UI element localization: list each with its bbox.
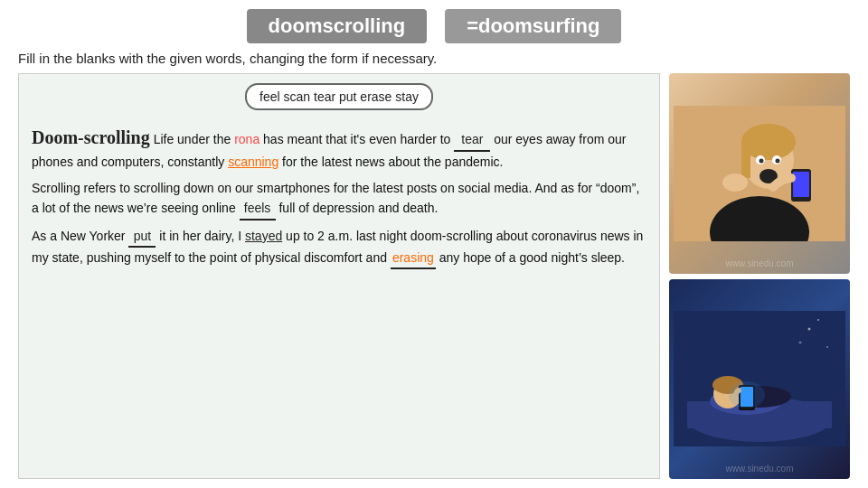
- watermark-bottom: www.sinedu.com: [725, 464, 793, 474]
- instruction-text: Fill in the blanks with the given words,…: [18, 51, 850, 66]
- image-person-bed: www.sinedu.com: [669, 279, 850, 480]
- doom-scrolling-heading: Doom-scrolling: [32, 127, 150, 147]
- blank-put: put: [128, 226, 156, 248]
- para2-part2: full of depression and death.: [276, 201, 439, 215]
- rona-highlight: rona: [234, 132, 259, 146]
- watermark-top: www.sinedu.com: [725, 258, 793, 268]
- svg-point-23: [808, 328, 811, 331]
- para1-part1: Life under the: [154, 132, 235, 146]
- paragraph-2: Scrolling refers to scrolling down on ou…: [32, 178, 646, 221]
- image-woman-phone: www.sinedu.com: [669, 73, 850, 274]
- stayed-highlight: stayed: [245, 229, 282, 243]
- title-doomsurfing: =doomsurfing: [445, 9, 621, 43]
- title-doomscrolling: doomscrolling: [247, 9, 428, 43]
- word-list-box: feel scan tear put erase stay: [245, 83, 433, 110]
- blank-tear: tear: [454, 129, 490, 151]
- scanning-highlight: scanning: [228, 155, 278, 169]
- svg-point-24: [826, 346, 828, 348]
- svg-rect-11: [793, 172, 809, 197]
- svg-point-25: [817, 319, 819, 321]
- images-panel: www.sinedu.com: [669, 73, 850, 479]
- svg-point-8: [760, 158, 764, 163]
- para3-part2: it in her dairy, I: [156, 229, 245, 243]
- blank-feels: feels: [240, 198, 276, 220]
- para3-indent: As a New Yorker: [32, 229, 128, 243]
- svg-point-12: [722, 174, 748, 192]
- para1-part4: for the latest news about the pandemic.: [278, 155, 503, 169]
- main-content: feel scan tear put erase stay Doom-scrol…: [18, 73, 850, 479]
- svg-point-9: [776, 158, 780, 163]
- svg-rect-4: [741, 142, 750, 178]
- paragraph-1: Doom-scrolling Life under the rona has m…: [32, 123, 646, 172]
- header-row: doomscrolling =doomsurfing: [247, 9, 622, 43]
- page: doomscrolling =doomsurfing Fill in the b…: [0, 0, 868, 488]
- blank-erasing: erasing: [391, 248, 436, 269]
- svg-point-26: [799, 342, 802, 344]
- svg-point-22: [729, 381, 765, 408]
- para1-part2: has meant that it's even harder to: [259, 132, 454, 146]
- text-panel: feel scan tear put erase stay Doom-scrol…: [18, 73, 660, 479]
- para3-part4: any hope of a good night’s sleep.: [436, 250, 625, 265]
- paragraph-3: As a New Yorker put it in her dairy, I s…: [32, 226, 646, 270]
